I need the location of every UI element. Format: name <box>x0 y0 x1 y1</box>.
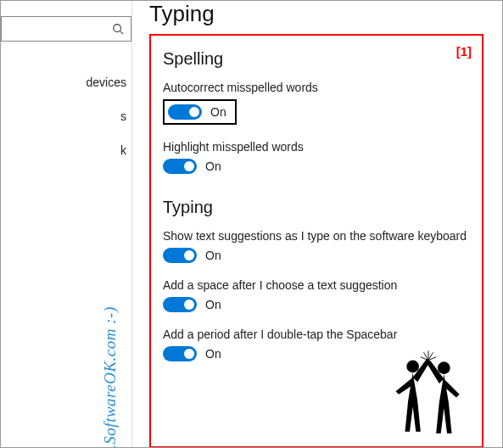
sidebar-item-label: k <box>120 143 126 157</box>
setting-label: Add a period after I double-tap the Spac… <box>163 328 470 341</box>
main-panel: Typing [1] Spelling Autocorrect misspell… <box>132 1 495 442</box>
sidebar-item-devices[interactable]: devices <box>1 65 131 99</box>
page-title: Typing <box>149 1 483 27</box>
search-icon <box>112 23 124 35</box>
toggle-state-label: On <box>205 249 221 262</box>
toggle-autocorrect[interactable] <box>168 104 202 120</box>
toggle-state-label: On <box>205 160 221 173</box>
settings-sidebar: devices s k <box>1 1 132 447</box>
toggle-highlight[interactable] <box>163 159 197 174</box>
sidebar-item-label: devices <box>87 76 126 89</box>
setting-label: Highlight misspelled words <box>163 140 470 154</box>
section-heading-spelling: Spelling <box>163 49 470 69</box>
toggle-add-space[interactable] <box>163 297 197 312</box>
toggle-state-label: On <box>205 347 221 361</box>
toggle-knob <box>184 250 194 260</box>
annotation-black-box: On <box>163 99 237 125</box>
toggle-knob <box>184 161 194 171</box>
sidebar-item[interactable]: k <box>1 133 131 167</box>
annotation-marker-1: [1] <box>456 44 472 59</box>
toggle-suggestions[interactable] <box>163 248 197 263</box>
setting-label: Autocorrect misspelled words <box>163 81 470 94</box>
sidebar-item-label: s <box>120 109 126 123</box>
annotation-red-box: [1] Spelling Autocorrect misspelled word… <box>149 34 483 448</box>
setting-label: Add a space after I choose a text sugges… <box>163 278 470 292</box>
svg-line-1 <box>120 31 124 35</box>
setting-add-period: Add a period after I double-tap the Spac… <box>163 328 470 361</box>
toggle-state-label: On <box>210 105 226 119</box>
toggle-state-label: On <box>205 298 221 311</box>
section-heading-typing: Typing <box>163 198 470 217</box>
svg-point-0 <box>114 25 121 32</box>
toggle-knob <box>184 349 194 359</box>
toggle-knob <box>189 107 199 117</box>
sidebar-item[interactable]: s <box>1 99 131 133</box>
toggle-knob <box>184 300 194 310</box>
svg-point-3 <box>438 361 450 374</box>
setting-text-suggestions: Show text suggestions as I type on the s… <box>163 229 470 263</box>
toggle-add-period[interactable] <box>163 346 197 361</box>
search-input[interactable] <box>1 16 131 42</box>
setting-add-space: Add a space after I choose a text sugges… <box>163 278 470 312</box>
setting-label: Show text suggestions as I type on the s… <box>163 229 470 243</box>
setting-highlight-misspelled: Highlight misspelled words On <box>163 140 470 174</box>
svg-point-2 <box>406 361 419 373</box>
setting-autocorrect: Autocorrect misspelled words On <box>163 81 470 125</box>
